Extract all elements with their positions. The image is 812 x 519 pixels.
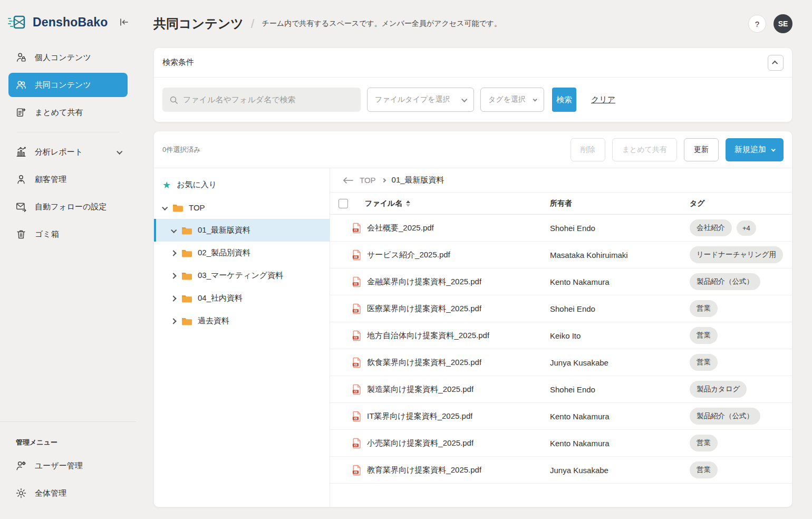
sidebar-item-label: まとめて共有 xyxy=(35,108,83,118)
header-actions: ? SE xyxy=(748,14,792,33)
file-name[interactable]: 地方自治体向け提案資料_2025.pdf xyxy=(367,331,489,341)
owner-cell: Masataka Kohiruimaki xyxy=(550,251,690,260)
tree-folder-label: 01_最新版資料 xyxy=(198,225,250,235)
sidebar-admin-item-ユーザー管理[interactable]: ユーザー管理 xyxy=(8,454,128,478)
search-input[interactable]: ファイル名やフォルダ名で検索 xyxy=(162,88,361,112)
tag-select[interactable]: タグを選択 xyxy=(480,88,544,112)
sidebar: DenshoBako 個人コンテンツ共同コンテンツまとめて共有分析レポート顧客管… xyxy=(0,0,136,519)
file-name[interactable]: 金融業界向け提案資料_2025.pdf xyxy=(367,277,481,287)
breadcrumb-current: 01_最新版資料 xyxy=(392,175,444,185)
tag-pill: 営業 xyxy=(690,462,718,478)
pdf-file-icon xyxy=(352,465,362,476)
file-cell: 飲食業界向け提案資料_2025.pdf xyxy=(352,357,550,368)
sidebar-collapse-icon[interactable] xyxy=(119,15,129,29)
bulk-share-button[interactable]: まとめて共有 xyxy=(612,138,677,161)
owner-cell: Junya Kusakabe xyxy=(550,358,690,367)
back-arrow-icon[interactable] xyxy=(343,177,353,184)
app-logo-text: DenshoBako xyxy=(33,15,108,30)
folder-icon xyxy=(181,317,192,325)
toolbar: 0件選択済み 削除 まとめて共有 更新 新規追加 xyxy=(154,131,792,168)
tag-pill: 製品カタログ xyxy=(690,381,747,398)
favorites-item[interactable]: ★ お気に入り xyxy=(154,174,330,196)
tag-pill: 営業 xyxy=(690,300,718,317)
table-row: 医療業界向け提案資料_2025.pdfShohei Endo営業 xyxy=(330,295,792,322)
tree-folder-item[interactable]: 01_最新版資料 xyxy=(154,219,330,242)
tree-folder-item[interactable]: 04_社内資料 xyxy=(154,287,330,310)
tag-cell: リードナーチャリング用 xyxy=(690,246,792,263)
people-icon xyxy=(15,79,27,91)
admin-menu-heading: 管理メニュー xyxy=(0,438,136,447)
sidebar-item-自動フォローの設定[interactable]: 自動フォローの設定 xyxy=(8,195,128,219)
document-share-icon xyxy=(15,106,27,119)
sidebar-item-個人コンテンツ[interactable]: 個人コンテンツ xyxy=(8,45,128,70)
tag-cell: 製品紹介（公式） xyxy=(690,273,792,290)
file-name[interactable]: 小売業向け提案資料_2025.pdf xyxy=(367,438,473,448)
file-name[interactable]: 会社概要_2025.pdf xyxy=(367,223,434,233)
refresh-button[interactable]: 更新 xyxy=(684,138,719,161)
table-row: サービス紹介_2025.pdfMasataka Kohiruimakiリードナー… xyxy=(330,242,792,268)
trash-icon xyxy=(15,228,27,241)
tag-cell: 営業 xyxy=(690,327,792,344)
sidebar-item-顧客管理[interactable]: 顧客管理 xyxy=(8,167,128,191)
table-row: 教育業界向け提案資料_2025.pdfJunya Kusakabe営業 xyxy=(330,457,792,484)
file-name[interactable]: IT業界向け提案資料_2025.pdf xyxy=(367,411,472,421)
sort-icon[interactable] xyxy=(406,200,410,207)
tag-cell: 営業 xyxy=(690,354,792,371)
logo-row: DenshoBako xyxy=(0,7,136,45)
file-name[interactable]: 製造業向け提案資料_2025.pdf xyxy=(367,385,473,395)
sidebar-item-ゴミ箱[interactable]: ゴミ箱 xyxy=(8,222,128,246)
search-button[interactable]: 検索 xyxy=(552,88,576,112)
tree-folder-item[interactable]: 過去資料 xyxy=(154,310,330,332)
file-cell: 教育業界向け提案資料_2025.pdf xyxy=(352,465,550,476)
tree-folder-label: 過去資料 xyxy=(198,316,229,326)
tree-folder-label: 02_製品別資料 xyxy=(198,248,250,258)
add-new-button[interactable]: 新規追加 xyxy=(726,138,784,161)
person-icon xyxy=(15,173,27,186)
chevron-down-icon xyxy=(117,149,122,155)
owner-cell: Keiko Ito xyxy=(550,331,690,340)
file-type-select[interactable]: ファイルタイプを選択 xyxy=(367,88,474,112)
main-area: 共同コンテンツ / チーム内で共有するスペースです。メンバー全員がアクセス可能で… xyxy=(136,0,812,519)
sidebar-item-共同コンテンツ[interactable]: 共同コンテンツ xyxy=(8,73,128,97)
file-name[interactable]: 飲食業界向け提案資料_2025.pdf xyxy=(367,358,481,368)
select-all-checkbox[interactable] xyxy=(339,199,348,208)
tag-more-badge[interactable]: +4 xyxy=(737,220,756,236)
pdf-file-icon xyxy=(352,384,362,395)
sidebar-item-分析レポート[interactable]: 分析レポート xyxy=(8,140,128,164)
delete-button[interactable]: 削除 xyxy=(571,138,605,161)
folder-tree: ★ お気に入り TOP 01_最新版資料02_製品別資料03_マーケティング資料… xyxy=(154,168,330,507)
file-name[interactable]: 教育業界向け提案資料_2025.pdf xyxy=(367,465,481,475)
sidebar-item-まとめて共有[interactable]: まとめて共有 xyxy=(8,100,128,124)
tree-root-item[interactable]: TOP xyxy=(154,196,330,219)
chevron-right-icon xyxy=(170,295,176,301)
sidebar-admin-item-全体管理[interactable]: 全体管理 xyxy=(8,481,128,505)
sidebar-item-label: 共同コンテンツ xyxy=(35,80,91,90)
chevron-right-icon xyxy=(170,273,176,278)
clear-link[interactable]: クリア xyxy=(591,95,615,105)
search-panel-collapse-button[interactable] xyxy=(768,55,784,71)
chevron-down-icon xyxy=(771,147,775,151)
breadcrumb: TOP 01_最新版資料 xyxy=(330,168,792,193)
page-subtitle: チーム内で共有するスペースです。メンバー全員がアクセス可能です。 xyxy=(262,19,501,28)
tree-folder-item[interactable]: 03_マーケティング資料 xyxy=(154,264,330,287)
tree-folder-item[interactable]: 02_製品別資料 xyxy=(154,242,330,264)
file-name[interactable]: サービス紹介_2025.pdf xyxy=(367,250,450,260)
tag-select-value: タグを選択 xyxy=(488,95,526,104)
tag-pill: 営業 xyxy=(690,354,718,371)
pdf-file-icon xyxy=(352,330,362,341)
chevron-right-icon xyxy=(170,318,176,324)
table-row: 製造業向け提案資料_2025.pdfShohei Endo製品カタログ xyxy=(330,376,792,403)
tag-pill: 会社紹介 xyxy=(690,219,732,236)
sidebar-admin-item-label: 全体管理 xyxy=(35,488,66,498)
sidebar-admin-nav: ユーザー管理全体管理 xyxy=(0,454,136,508)
column-header-tags: タグ xyxy=(690,199,792,208)
breadcrumb-root[interactable]: TOP xyxy=(360,176,376,185)
user-avatar[interactable]: SE xyxy=(774,14,792,33)
sidebar-item-label: 分析レポート xyxy=(35,147,83,157)
file-name[interactable]: 医療業界向け提案資料_2025.pdf xyxy=(367,304,481,314)
file-table: TOP 01_最新版資料 ファイル名 所有者 タグ 会社概要_2025.pd xyxy=(330,168,792,507)
folder-icon xyxy=(181,294,192,303)
chart-icon xyxy=(15,146,27,158)
help-button[interactable]: ? xyxy=(748,15,766,33)
tag-cell: 営業 xyxy=(690,300,792,317)
